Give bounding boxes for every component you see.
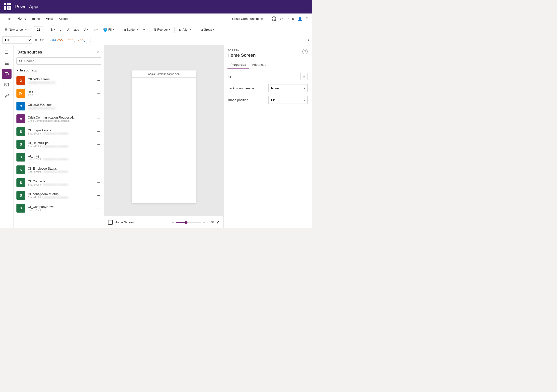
list-item[interactable]: S CI_LogosAssets SharePoint · sharepoint… [13, 125, 104, 138]
right-panel: SCREEN Home Screen ? Properties Advanced… [223, 45, 312, 228]
menu-action[interactable]: Action [56, 15, 70, 22]
canvas-bottom-bar: Home Screen − + 40 % ⤢ [104, 216, 223, 228]
list-item[interactable]: O Office365Outlook user@onmicrosoft.com … [13, 100, 104, 112]
search-box[interactable] [16, 57, 101, 65]
right-panel-title: Home Screen [227, 53, 256, 58]
align-button[interactable]: ⊟ Align ▾ [177, 27, 193, 32]
in-your-app-section[interactable]: ▾ In your app [13, 67, 104, 74]
item-icon-office365users: O [16, 76, 25, 85]
screen-label-area[interactable]: Home Screen [108, 220, 134, 225]
svg-line-8 [21, 62, 22, 62]
app-grid-icon[interactable] [4, 3, 12, 11]
more-dropdown-button[interactable]: ▾ [141, 27, 147, 32]
fx-icon[interactable]: fx ▾ [40, 38, 44, 42]
item-info: CI_LogosAssets SharePoint · sharepoint.c… [28, 128, 93, 135]
user-icon[interactable]: 👤 [298, 16, 303, 21]
svg-point-3 [5, 72, 8, 73]
chevron-down-icon: ▾ [304, 99, 305, 101]
menu-home[interactable]: Home [15, 15, 29, 22]
image-position-dropdown[interactable]: Fit ▾ [268, 96, 308, 104]
image-position-label: Image position [227, 98, 248, 102]
item-icon-office365outlook: O [16, 102, 25, 110]
formula-expand[interactable]: ▾ [308, 38, 309, 42]
list-item[interactable]: CrisisCommunication.RequestH... CrisisCo… [13, 112, 104, 125]
app-name: Crisis Communication [232, 17, 263, 21]
tab-advanced[interactable]: Advanced [249, 61, 269, 69]
sidebar-data-icon[interactable] [2, 69, 12, 79]
list-item[interactable]: S CI_configAdminSetup SharePoint · share… [13, 189, 104, 202]
sidebar-media-icon[interactable] [2, 80, 12, 90]
fill-label: Fill [227, 75, 232, 79]
font-button[interactable]: A ▾ [82, 27, 90, 32]
menu-file[interactable]: File [4, 15, 14, 22]
new-screen-button[interactable]: 🖥 New screen ▾ [2, 27, 28, 33]
svg-rect-1 [5, 63, 9, 64]
item-icon-crisiscommunication [16, 114, 25, 123]
list-item[interactable]: O Office365Users user@onmicrosoft.com ··… [13, 74, 104, 87]
item-menu-button[interactable]: ··· [96, 90, 101, 96]
border-button[interactable]: ⊞ Border ▾ [121, 27, 140, 32]
bold-button[interactable]: B▾ [49, 27, 57, 32]
tab-properties[interactable]: Properties [227, 61, 249, 69]
list-item[interactable]: S CI_CompanyNews SharePoint ··· [13, 202, 104, 215]
help-button[interactable]: ? [302, 49, 308, 54]
item-menu-button[interactable]: ··· [96, 116, 101, 122]
font-size-display[interactable]: 21 [34, 26, 43, 33]
item-info: Office365Outlook user@onmicrosoft.com [28, 103, 93, 109]
formula-input[interactable]: RGBA(255, 255, 255, 1) [46, 38, 306, 42]
item-info: CI_CompanyNews SharePoint [28, 205, 93, 212]
data-sources-panel: Data sources ✕ ▾ In your app O Office365… [13, 45, 104, 228]
right-panel-header: SCREEN Home Screen ? [224, 45, 312, 59]
item-menu-button[interactable]: ··· [96, 205, 101, 211]
property-select[interactable]: Fill [2, 36, 32, 44]
group-button[interactable]: ⊡ Group ▾ [199, 27, 216, 32]
align-text-button[interactable]: ≡ ▾ [92, 27, 100, 32]
play-icon[interactable]: ▶ [292, 16, 295, 21]
sidebar-menu-icon[interactable]: ☰ [2, 47, 12, 57]
item-menu-button[interactable]: ··· [96, 179, 101, 186]
fill-button[interactable]: 🪣 Fill ▾ [101, 27, 116, 33]
undo-icon[interactable]: ↩ [279, 16, 283, 21]
slash-button[interactable]: / [58, 27, 63, 32]
fullscreen-button[interactable]: ⤢ [216, 220, 219, 225]
menu-view[interactable]: View [44, 15, 55, 22]
item-menu-button[interactable]: ··· [96, 103, 101, 109]
background-image-label: Background image [227, 86, 254, 90]
item-menu-button[interactable]: ··· [96, 77, 101, 84]
menu-insert[interactable]: Insert [30, 15, 43, 22]
sidebar-tools-icon[interactable] [2, 91, 12, 100]
item-menu-button[interactable]: ··· [96, 141, 101, 148]
item-menu-button[interactable]: ··· [96, 128, 101, 135]
item-info: CI_Employee Status SharePoint · sharepoi… [28, 167, 93, 173]
background-image-dropdown[interactable]: None ▾ [268, 84, 308, 92]
list-item[interactable]: RSS RSS ··· [13, 87, 104, 100]
reorder-button[interactable]: ⇅ Reorder ▾ [152, 27, 172, 32]
zoom-in-button[interactable]: + [203, 220, 205, 225]
redo-icon[interactable]: ↪ [286, 16, 289, 21]
divider-1 [31, 27, 31, 33]
list-item[interactable]: S CI_HelpfulTips SharePoint · sharepoint… [13, 138, 104, 151]
search-input[interactable] [24, 59, 98, 63]
close-panel-button[interactable]: ✕ [95, 49, 100, 55]
help-icon[interactable]: ? [305, 17, 308, 21]
item-menu-button[interactable]: ··· [96, 167, 101, 173]
strikethrough-button[interactable]: abc [72, 27, 81, 32]
chevron-down-icon: ▾ [16, 68, 18, 72]
equals-sign: = [34, 38, 38, 42]
zoom-out-button[interactable]: − [172, 220, 174, 225]
item-menu-button[interactable]: ··· [96, 192, 101, 199]
color-reset-button[interactable] [300, 73, 308, 80]
sidebar-layers-icon[interactable] [2, 58, 12, 68]
item-menu-button[interactable]: ··· [96, 154, 101, 160]
app-canvas[interactable]: Crisis Communication App [132, 70, 196, 203]
chevron-down-icon: ▾ [25, 28, 27, 31]
item-icon-ci-contacts: S [16, 178, 25, 187]
underline-button[interactable]: U [65, 27, 71, 32]
list-item[interactable]: S CI_FAQ SharePoint · sharepoint.com/sit… [13, 151, 104, 163]
list-item[interactable]: S CI_Employee Status SharePoint · sharep… [13, 163, 104, 176]
list-item[interactable]: S CI_Contacts SharePoint · sharepoint.co… [13, 176, 104, 189]
headphones-icon[interactable]: 🎧 [271, 16, 277, 22]
zoom-slider[interactable] [176, 222, 201, 223]
top-bar: Power Apps [0, 0, 312, 14]
menu-right: Crisis Communication 🎧 ↩ ↪ ▶ 👤 ? [232, 16, 308, 22]
